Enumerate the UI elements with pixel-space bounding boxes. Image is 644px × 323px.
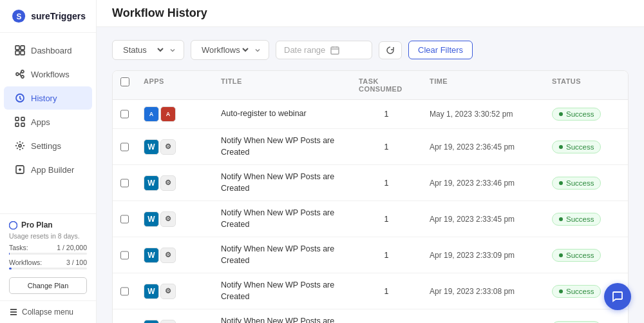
apps-column-header: APPS [136, 77, 213, 93]
change-plan-button[interactable]: Change Plan [9, 277, 87, 294]
title-cell: Notify When New WP Posts are Created [213, 280, 351, 302]
row-checkbox-4[interactable] [120, 251, 129, 260]
svg-rect-2 [15, 46, 19, 50]
task-cell: 1 [351, 287, 422, 296]
status-badge: Success [552, 177, 601, 190]
svg-rect-10 [15, 117, 19, 121]
status-badge: Success [552, 249, 601, 262]
sidebar-item-history[interactable]: History [4, 86, 92, 110]
title-cell: Notify When New WP Posts are Created [213, 208, 351, 230]
status-dot [559, 145, 563, 149]
table-row: W⚙ Notify When New WP Posts are Created … [113, 165, 628, 201]
row-checkbox-cell [113, 215, 136, 224]
svg-text:S: S [16, 12, 21, 21]
wp-icon: W [144, 320, 159, 324]
title-cell: Auto-register to webinar [213, 108, 351, 120]
gear-icon: ⚙ [160, 211, 176, 227]
status-badge: Success [552, 321, 601, 324]
table-row: W⚙ Notify When New WP Posts are Created … [113, 237, 628, 273]
main-content: Workflow History Status All Success Fail… [97, 0, 644, 323]
row-checkbox-2[interactable] [120, 179, 129, 188]
status-cell: Success [544, 249, 628, 262]
status-dot [559, 181, 563, 185]
apps-icon [14, 116, 26, 128]
gear-icon: ⚙ [160, 284, 176, 299]
svg-rect-5 [21, 51, 24, 55]
status-select[interactable]: Status All Success Failed [120, 44, 166, 55]
apps-cell: W⚙ [136, 320, 213, 324]
checkbox-header [113, 77, 136, 93]
title-cell: Notify When New WP Posts are Created [213, 316, 351, 323]
content-area: Status All Success Failed Workflows Date… [97, 27, 644, 323]
chat-button[interactable] [604, 283, 631, 310]
row-checkbox-cell [113, 287, 136, 296]
history-icon [14, 92, 26, 104]
workflows-filter[interactable]: Workflows [191, 40, 269, 60]
row-checkbox-3[interactable] [120, 215, 129, 224]
row-checkbox-cell [113, 251, 136, 260]
tasks-progress [9, 253, 87, 255]
status-cell: Success [544, 321, 628, 324]
apps-cell: W⚙ [136, 284, 213, 299]
sidebar-item-dashboard[interactable]: Dashboard [4, 39, 92, 62]
workflows-row: Workflows: 3 / 100 [9, 259, 87, 266]
time-cell: Apr 19, 2023 2:36:45 pm [422, 142, 544, 152]
status-dot [559, 289, 563, 293]
time-cell: Apr 19, 2023 2:33:46 pm [422, 179, 544, 188]
gear-icon: ⚙ [160, 139, 176, 155]
logo: S sureTriggers [0, 0, 96, 33]
apps-cell: AA [136, 106, 213, 122]
task-cell: 1 [351, 215, 422, 224]
date-range-filter[interactable]: Date range [276, 41, 372, 59]
task-cell: 1 [351, 110, 422, 119]
task-cell: 1 [351, 251, 422, 260]
row-checkbox-1[interactable] [120, 142, 129, 152]
refresh-button[interactable] [379, 41, 402, 59]
history-label: History [31, 93, 57, 103]
wp-icon: W [144, 175, 159, 191]
wp-icon: W [144, 139, 159, 155]
time-cell: Apr 19, 2023 2:33:45 pm [422, 215, 544, 224]
sidebar-item-apps[interactable]: Apps [4, 110, 92, 133]
sidebar-item-app-builder[interactable]: App Builder [4, 158, 92, 181]
plan-name: Pro Plan [9, 220, 87, 230]
status-column-header: STATUS [544, 77, 628, 93]
svg-rect-11 [21, 117, 24, 121]
status-badge: Success [552, 285, 601, 298]
dashboard-label: Dashboard [31, 46, 72, 55]
settings-label: Settings [31, 141, 61, 151]
status-badge: Success [552, 213, 601, 226]
status-filter[interactable]: Status All Success Failed [112, 40, 184, 60]
title-cell: Notify When New WP Posts are Created [213, 135, 351, 158]
sidebar-bottom: Pro Plan Usage resets in 8 days. Tasks: … [0, 213, 96, 300]
sidebar-item-settings[interactable]: Settings [4, 134, 92, 157]
clear-filters-button[interactable]: Clear Filters [408, 41, 473, 59]
workflows-select[interactable]: Workflows [199, 44, 251, 55]
collapse-menu-button[interactable]: Collapse menu [0, 300, 96, 323]
svg-point-16 [10, 221, 17, 229]
apps-cell: W⚙ [136, 139, 213, 155]
row-checkbox-0[interactable] [120, 110, 129, 119]
page-header: Workflow History [97, 0, 644, 27]
settings-icon [14, 140, 26, 152]
select-all-checkbox[interactable] [120, 77, 129, 86]
svg-point-14 [19, 144, 21, 147]
sidebar-item-workflows[interactable]: Workflows [4, 63, 92, 86]
title-cell: Notify When New WP Posts are Created [213, 244, 351, 266]
filters-row: Status All Success Failed Workflows Date… [112, 40, 629, 60]
time-column-header: TIME [422, 77, 544, 93]
wp-icon: W [144, 248, 159, 263]
table-row: AA Auto-register to webinar 1 May 1, 202… [113, 100, 628, 129]
svg-point-7 [21, 70, 24, 73]
usage-reset-text: Usage resets in 8 days. [9, 232, 87, 240]
status-badge: Success [552, 141, 601, 153]
task-cell: 1 [351, 142, 422, 152]
row-checkbox-5[interactable] [120, 287, 129, 296]
status-cell: Success [544, 108, 628, 121]
tasks-row: Tasks: 1 / 20,000 [9, 244, 87, 251]
title-cell: Notify When New WP Posts are Created [213, 171, 351, 194]
title-column-header: TITLE [213, 77, 351, 93]
table-row: W⚙ Notify When New WP Posts are Created … [113, 309, 628, 323]
table-header: APPS TITLE TASK CONSUMED TIME STATUS [113, 71, 628, 100]
status-cell: Success [544, 141, 628, 153]
